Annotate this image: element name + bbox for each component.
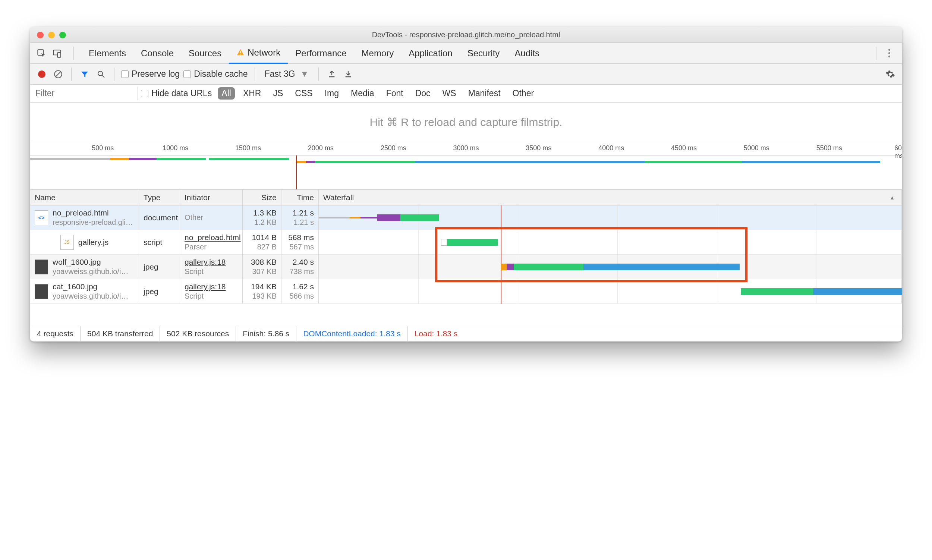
request-size: 1.3 KB <box>253 208 277 217</box>
request-size-sub: 1.2 KB <box>254 218 277 227</box>
svg-rect-4 <box>240 54 241 54</box>
import-har-icon[interactable] <box>326 68 338 80</box>
network-overview[interactable]: 500 ms1000 ms1500 ms2000 ms2500 ms3000 m… <box>30 142 902 190</box>
tab-audits[interactable]: Audits <box>507 43 547 64</box>
inspect-element-icon[interactable] <box>35 47 47 59</box>
waterfall-thin-segment <box>350 217 360 218</box>
request-time-sub: 738 ms <box>289 267 314 276</box>
tab-label: Sources <box>189 48 221 58</box>
waterfall-segment <box>447 239 498 246</box>
request-size-sub: 307 KB <box>252 267 277 276</box>
col-name[interactable]: Name <box>30 190 139 205</box>
throttling-select[interactable]: Fast 3G ▼ <box>262 69 312 79</box>
zoom-window-button[interactable] <box>59 32 66 38</box>
tab-memory[interactable]: Memory <box>354 43 401 64</box>
chevron-down-icon: ▼ <box>300 69 309 79</box>
filter-bar: Hide data URLs AllXHRJSCSSImgMediaFontDo… <box>30 85 902 103</box>
overview-tick: 1000 ms <box>163 144 188 152</box>
waterfall-segment <box>514 264 583 270</box>
overview-tick: 1500 ms <box>235 144 261 152</box>
status-domcontentloaded: DOMContentLoaded: 1.83 s <box>296 326 408 341</box>
status-requests: 4 requests <box>30 326 80 341</box>
overview-segment <box>30 158 110 160</box>
tab-elements[interactable]: Elements <box>81 43 134 64</box>
titlebar: DevTools - responsive-preload.glitch.me/… <box>30 27 902 43</box>
col-size[interactable]: Size <box>243 190 281 205</box>
hide-data-urls-checkbox[interactable]: Hide data URLs <box>141 88 212 98</box>
devtools-window: DevTools - responsive-preload.glitch.me/… <box>30 27 902 342</box>
request-time-sub: 567 ms <box>289 243 314 251</box>
overview-segment <box>306 161 315 163</box>
request-initiator[interactable]: gallery.js:18 <box>185 282 226 291</box>
request-domain: responsive-preload.glitc… <box>52 218 134 227</box>
filter-type-js[interactable]: JS <box>269 87 287 100</box>
request-initiator-sub: Script <box>185 267 203 276</box>
col-type[interactable]: Type <box>139 190 180 205</box>
filter-type-img[interactable]: Img <box>321 87 343 100</box>
overview-segment <box>415 161 645 163</box>
window-controls <box>37 32 66 38</box>
request-initiator[interactable]: gallery.js:18 <box>185 258 226 266</box>
filter-type-all[interactable]: All <box>218 87 235 100</box>
request-type: document <box>139 205 180 230</box>
svg-rect-9 <box>329 76 335 77</box>
filter-type-doc[interactable]: Doc <box>412 87 434 100</box>
status-finish: Finish: 5.86 s <box>236 326 296 341</box>
request-initiator-sub: Parser <box>185 243 206 251</box>
tab-label: Memory <box>361 48 394 58</box>
export-har-icon[interactable] <box>342 68 355 80</box>
tab-sources[interactable]: Sources <box>181 43 229 64</box>
tab-label: Console <box>141 48 174 58</box>
request-initiator: Other <box>185 213 203 222</box>
request-time: 1.21 s <box>293 208 314 217</box>
filter-toggle-icon[interactable] <box>78 68 91 80</box>
close-window-button[interactable] <box>37 32 44 38</box>
record-button[interactable] <box>35 68 48 80</box>
filter-type-font[interactable]: Font <box>383 87 407 100</box>
waterfall-segment <box>400 214 439 221</box>
sort-asc-icon: ▲ <box>889 195 895 201</box>
tab-console[interactable]: Console <box>134 43 181 64</box>
filter-type-ws[interactable]: WS <box>439 87 460 100</box>
request-name: no_preload.html <box>52 208 134 217</box>
waterfall-canvas <box>319 205 902 304</box>
filter-input[interactable] <box>30 85 135 102</box>
tab-performance[interactable]: Performance <box>288 43 354 64</box>
col-initiator[interactable]: Initiator <box>180 190 243 205</box>
waterfall-segment <box>741 288 814 295</box>
domcontentloaded-marker <box>296 155 297 189</box>
overview-tick: 2500 ms <box>381 144 406 152</box>
minimize-window-button[interactable] <box>48 32 55 38</box>
settings-gear-icon[interactable] <box>884 68 897 80</box>
tab-security[interactable]: Security <box>460 43 508 64</box>
col-time[interactable]: Time <box>281 190 319 205</box>
filter-type-media[interactable]: Media <box>347 87 378 100</box>
request-name: cat_1600.jpg <box>52 282 134 291</box>
network-toolbar: Preserve log Disable cache Fast 3G ▼ <box>30 64 902 85</box>
svg-line-6 <box>55 71 61 77</box>
filter-type-xhr[interactable]: XHR <box>239 87 265 100</box>
request-initiator[interactable]: no_preload.html <box>185 233 241 242</box>
tab-network[interactable]: Network <box>229 43 288 64</box>
request-size: 194 KB <box>251 282 277 291</box>
waterfall-segment <box>377 214 400 221</box>
device-toolbar-icon[interactable] <box>51 47 63 59</box>
filter-type-manifest[interactable]: Manifest <box>464 87 504 100</box>
svg-rect-10 <box>346 76 351 77</box>
overview-segment <box>129 158 157 160</box>
disable-cache-checkbox[interactable]: Disable cache <box>183 69 248 79</box>
request-size: 1014 B <box>252 233 277 242</box>
filter-type-css[interactable]: CSS <box>291 87 316 100</box>
search-icon[interactable] <box>95 68 108 80</box>
more-menu-icon[interactable] <box>884 49 894 57</box>
svg-rect-2 <box>57 52 61 57</box>
tab-label: Security <box>468 48 500 58</box>
clear-button[interactable] <box>52 68 65 80</box>
document-icon: <> <box>35 210 48 225</box>
filter-type-other[interactable]: Other <box>509 87 538 100</box>
col-waterfall[interactable]: Waterfall▲ <box>319 190 902 205</box>
status-transferred: 504 KB transferred <box>80 326 160 341</box>
tab-label: Audits <box>514 48 540 58</box>
tab-application[interactable]: Application <box>401 43 460 64</box>
preserve-log-checkbox[interactable]: Preserve log <box>121 69 180 79</box>
